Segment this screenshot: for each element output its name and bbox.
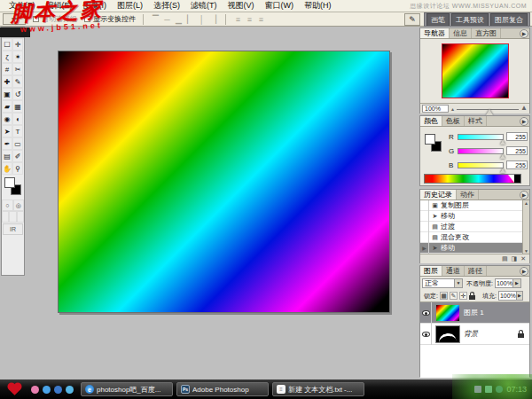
tab-info[interactable]: 信息 (450, 28, 472, 38)
tab-channels[interactable]: 通道 (442, 266, 465, 276)
taskbar-button-browser[interactable]: e photoshop吧_百度... (81, 382, 173, 396)
history-step[interactable]: ▤ 混合更改 (420, 232, 529, 243)
eye-icon[interactable] (422, 332, 430, 337)
menu-filter[interactable]: 滤镜(T) (185, 0, 223, 12)
eyedropper-tool[interactable]: ✐ (12, 150, 23, 162)
lock-image-icon[interactable]: ✎ (450, 292, 458, 300)
distribute-top-icon[interactable]: ≡ (234, 15, 242, 24)
layer-name[interactable]: 背景 (464, 329, 478, 339)
healing-brush-tool[interactable]: ✚ (2, 75, 12, 88)
menu-layer[interactable]: 图层(L) (112, 0, 148, 12)
layer-name[interactable]: 图层 1 (464, 308, 484, 317)
slider-handle[interactable] (500, 166, 505, 173)
slice-tool[interactable]: ✂ (12, 63, 23, 75)
type-tool[interactable]: T (12, 125, 23, 137)
current-tool-preset[interactable]: ✛ (3, 13, 26, 25)
scroll-up-icon[interactable]: ▲ (524, 200, 528, 206)
menu-view[interactable]: 视图(V) (223, 0, 260, 12)
eye-icon[interactable] (422, 310, 430, 316)
tab-history[interactable]: 历史记录 (420, 190, 457, 200)
panel-menu-icon[interactable]: ▶ (520, 267, 528, 276)
blue-channel-slider[interactable] (458, 162, 504, 168)
clone-stamp-tool[interactable]: ▣ (2, 88, 12, 100)
red-channel-value[interactable]: 255 (506, 132, 528, 141)
panel-menu-icon[interactable]: ▶ (520, 117, 528, 126)
zoom-tool[interactable]: ⚲ (12, 162, 23, 175)
menu-edit[interactable]: 编辑(E) (41, 0, 78, 12)
tray-icon[interactable] (485, 386, 492, 393)
history-step[interactable]: ▤ 过渡 (420, 222, 529, 232)
notes-tool[interactable]: ▤ (2, 150, 12, 162)
document-canvas[interactable] (58, 51, 390, 313)
slider-handle[interactable] (500, 152, 505, 159)
lock-all-icon[interactable] (469, 295, 475, 300)
panel-menu-icon[interactable]: ▶ (520, 191, 528, 200)
new-document-from-state-icon[interactable]: ▤ (502, 255, 508, 262)
history-scrollbar[interactable]: ▲ ▼ (522, 200, 529, 254)
black-swatch[interactable] (514, 175, 520, 183)
quicklaunch-icon[interactable] (43, 386, 51, 394)
color-spectrum-ramp[interactable] (424, 174, 521, 184)
history-step[interactable]: ▣ 复制图层 (420, 200, 529, 211)
quicklaunch-icon[interactable] (31, 386, 39, 394)
zoom-in-icon[interactable]: ▲ (520, 104, 528, 112)
tab-layer-comps[interactable]: 图层复合 (490, 13, 528, 26)
tab-brushes[interactable]: 画笔 (426, 13, 450, 26)
history-step[interactable]: ➤ 移动 (420, 211, 529, 222)
tray-icon[interactable] (474, 386, 481, 393)
quicklaunch-icon[interactable] (54, 386, 62, 394)
distribute-bottom-icon[interactable]: ≡ (257, 15, 265, 24)
lock-position-icon[interactable]: ✛ (459, 292, 467, 300)
lock-transparency-icon[interactable]: ▦ (440, 292, 448, 300)
menu-help[interactable]: 帮助(H) (299, 0, 337, 12)
quickmask-mode-button[interactable]: ◎ (13, 200, 25, 211)
distribute-vcenter-icon[interactable]: ≡ (246, 15, 254, 24)
standard-screen-button[interactable] (2, 211, 9, 223)
green-channel-slider[interactable] (458, 148, 504, 154)
foreground-color-swatch[interactable] (4, 177, 15, 188)
align-left-icon[interactable]: ▏ (186, 15, 194, 24)
align-top-icon[interactable]: ▔ (152, 15, 160, 24)
taskbar-button-notepad[interactable]: ≡ 新建 文本文档.txt -... (272, 382, 364, 396)
magic-wand-tool[interactable]: ✶ (12, 51, 23, 63)
standard-mode-button[interactable]: ○ (2, 200, 13, 211)
panel-menu-icon[interactable]: ▶ (520, 29, 528, 38)
brush-palette-button[interactable]: ✎ (404, 13, 420, 26)
delete-state-icon[interactable]: ✕ (520, 255, 526, 262)
history-source-cell[interactable] (420, 232, 429, 243)
tab-histogram[interactable]: 直方图 (472, 28, 501, 38)
tab-tool-presets[interactable]: 工具预设 (451, 13, 489, 26)
slider-handle[interactable] (500, 137, 505, 145)
zoom-out-icon[interactable]: ▴ (451, 106, 454, 112)
history-source-cell[interactable] (420, 211, 429, 222)
align-bottom-icon[interactable]: ▁ (175, 15, 183, 24)
tab-color[interactable]: 颜色 (420, 116, 442, 126)
tab-swatches[interactable]: 色板 (442, 116, 465, 126)
zoom-slider-handle[interactable] (486, 106, 493, 115)
history-step-current[interactable]: ▶ ➤ 移动 (420, 243, 529, 254)
blur-tool[interactable]: ◉ (2, 113, 12, 125)
zoom-slider[interactable]: ▴ ▲ (451, 105, 528, 113)
rectangular-marquee-tool[interactable]: ☐ (2, 38, 12, 51)
imageready-button[interactable]: IR (3, 223, 23, 235)
align-right-icon[interactable]: ▕ (209, 15, 217, 24)
blend-mode-select[interactable]: 正常 ▼ (422, 278, 463, 288)
brush-tool[interactable]: ✎ (12, 75, 23, 88)
menu-image[interactable]: 图像(I) (78, 0, 113, 12)
align-hcenter-icon[interactable]: │ (198, 15, 206, 24)
tab-navigator[interactable]: 导航器 (420, 28, 450, 38)
scroll-down-icon[interactable]: ▼ (524, 248, 528, 254)
shape-tool[interactable]: ▭ (12, 137, 23, 150)
layer-thumbnail[interactable] (435, 304, 460, 322)
pen-tool[interactable]: ✒ (2, 137, 12, 150)
history-source-cell[interactable] (420, 222, 429, 232)
path-selection-tool[interactable]: ➤ (2, 125, 12, 137)
hand-tool[interactable]: ✋ (2, 162, 12, 175)
new-snapshot-icon[interactable]: ◨ (512, 255, 518, 262)
dodge-tool[interactable]: ◖ (12, 113, 23, 125)
zoom-level-field[interactable]: 100% (422, 105, 449, 113)
red-channel-slider[interactable] (458, 134, 504, 140)
visibility-cell[interactable] (420, 324, 432, 345)
move-tool[interactable]: ✛ (12, 38, 23, 51)
auto-select-option[interactable]: 自动选择组 (33, 14, 77, 24)
